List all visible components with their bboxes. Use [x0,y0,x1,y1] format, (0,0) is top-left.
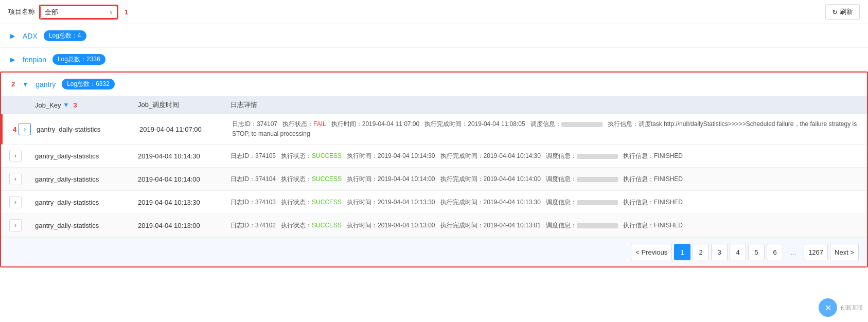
filter-label: 项目名称 [8,7,35,16]
log-id-label-3: 日志ID：374104 [231,175,279,183]
status-label-1: 执行状态： [282,120,313,128]
row-expand-cell-1: 4 › [11,123,37,135]
expand-icon-fenpian[interactable]: ▶ [8,56,16,63]
row-expand-cell-3: › [9,173,35,185]
masked-dispatch-4 [577,200,618,205]
exec-time-label-1: 执行时间：2019-04-04 11:07:00 [328,120,423,128]
expand-icon-gantry[interactable]: ▼ [21,81,29,88]
filter-icon[interactable]: ▼ [63,101,69,109]
table-row: › gantry_daily-statistics 2019-04-04 10:… [1,214,867,237]
job-name-4: gantry_daily-statistics [35,199,138,206]
project-list: ▶ ADX Log总数：4 ▶ fenpian Log总数：2336 2 ▼ g… [0,24,868,267]
log-id-label-1: 日志ID：374107 [232,120,281,128]
previous-button[interactable]: < Previous [631,244,672,260]
page-button-3[interactable]: 3 [711,244,728,260]
refresh-icon: ↻ [832,8,838,16]
next-button[interactable]: Next > [830,244,859,260]
complete-time-label-4: 执行完成时间：2019-04-04 10:13:30 [440,199,544,206]
log-detail-4: 日志ID：374103 执行状态：SUCCESS 执行时间：2019-04-04… [231,198,859,207]
masked-dispatch-5 [577,223,618,228]
masked-dispatch-3 [577,177,618,182]
complete-time-label-3: 执行完成时间：2019-04-04 10:14:00 [440,175,544,183]
annotation-4: 4 [13,126,16,133]
schedule-time-4: 2019-04-04 10:13:30 [138,199,231,206]
row-expand-button-5[interactable]: › [9,219,22,231]
page-button-4[interactable]: 4 [730,244,746,260]
status-label-5: 执行状态： [281,222,312,229]
masked-dispatch-1 [561,122,603,127]
log-detail-label: 日志详情 [231,100,257,110]
pagination-ellipsis: ... [785,244,802,260]
annotation-2: 2 [11,80,15,88]
page-button-last[interactable]: 1267 [804,244,828,260]
top-bar: 项目名称 全部 ADX fenpian gantry 1 ↻ 刷新 [0,0,868,24]
log-badge-fenpian: Log总数：2336 [52,54,105,65]
table-header: Job_Key ▼ 3 Job_调度时间 日志详情 [1,96,867,114]
status-value-1: FAIL [313,120,326,128]
page-button-5[interactable]: 5 [748,244,765,260]
refresh-button[interactable]: ↻ 刷新 [825,4,860,20]
header-cell-schedule: Job_调度时间 [138,100,231,110]
log-badge-adx: Log总数：4 [44,30,86,41]
page-button-1[interactable]: 1 [674,244,690,260]
annotation-3: 3 [73,101,77,109]
exec-time-label-4: 执行时间：2019-04-04 10:13:30 [343,199,438,206]
expanded-section-gantry: Job_Key ▼ 3 Job_调度时间 日志详情 4 › gantry_dai… [1,96,867,266]
project-name-fenpian[interactable]: fenpian [23,56,46,64]
schedule-time-5: 2019-04-04 10:13:00 [138,222,231,229]
row-expand-cell-2: › [9,150,35,162]
annotation-1: 1 [125,8,128,16]
schedule-time-2: 2019-04-04 10:14:30 [138,152,231,160]
header-cell-logdetail: 日志详情 [231,100,859,110]
project-item-gantry-wrapper: 2 ▼ gantry Log总数：6332 Job_Key ▼ 3 Job_调度… [0,71,868,267]
complete-time-label-5: 执行完成时间：2019-04-04 10:13:01 [440,222,544,229]
log-detail-1: 日志ID：374107 执行状态：FAIL 执行时间：2019-04-04 11… [232,119,859,139]
project-filter-select[interactable]: 全部 ADX fenpian gantry [40,6,117,19]
exec-info-label-5: 执行信息：FINISHED [619,222,683,229]
dispatch-label-5: 调度信息： [546,222,577,229]
log-id-label-4: 日志ID：374103 [231,199,279,206]
log-badge-gantry: Log总数：6332 [62,79,115,90]
log-detail-5: 日志ID：374102 执行状态：SUCCESS 执行时间：2019-04-04… [231,221,859,230]
pagination-bar: < Previous 1 2 3 4 5 6 ... 1267 Next > [1,237,867,266]
page-button-6[interactable]: 6 [767,244,783,260]
status-value-2: SUCCESS [312,152,342,159]
masked-dispatch-2 [577,154,618,159]
filter-row: 项目名称 全部 ADX fenpian gantry 1 [8,5,128,20]
job-name-1: gantry_daily-statistics [37,126,139,133]
status-value-4: SUCCESS [312,199,342,206]
status-label-4: 执行状态： [281,199,312,206]
exec-info-label-4: 执行信息：FINISHED [619,199,683,206]
row-expand-cell-5: › [9,219,35,231]
log-detail-2: 日志ID：374105 执行状态：SUCCESS 执行时间：2019-04-04… [231,151,859,161]
project-item-gantry: 2 ▼ gantry Log总数：6332 [1,73,867,96]
status-label-2: 执行状态： [281,152,312,159]
dispatch-label-4: 调度信息： [546,199,577,206]
row-expand-button-1[interactable]: › [19,123,31,135]
table-row: › gantry_daily-statistics 2019-04-04 10:… [1,191,867,214]
select-wrapper: 全部 ADX fenpian gantry [39,5,118,20]
project-item-fenpian: ▶ fenpian Log总数：2336 [0,48,868,71]
log-detail-3: 日志ID：374104 执行状态：SUCCESS 执行时间：2019-04-04… [231,174,859,184]
status-value-5: SUCCESS [312,222,342,229]
job-key-label: Job_Key [35,101,61,109]
table-row: › gantry_daily-statistics 2019-04-04 10:… [1,145,867,168]
row-expand-button-4[interactable]: › [9,196,22,208]
row-expand-button-3[interactable]: › [9,173,22,185]
expand-icon-adx[interactable]: ▶ [8,32,16,40]
status-label-3: 执行状态： [281,175,312,183]
log-id-label-5: 日志ID：374102 [231,222,279,229]
project-name-adx[interactable]: ADX [23,32,38,40]
log-id-label-2: 日志ID：374105 [231,152,279,159]
exec-time-label-2: 执行时间：2019-04-04 10:14:30 [343,152,438,159]
status-value-3: SUCCESS [312,175,342,183]
page-button-2[interactable]: 2 [693,244,709,260]
project-name-gantry[interactable]: gantry [36,80,56,88]
row-expand-button-2[interactable]: › [9,150,22,162]
dispatch-label-3: 调度信息： [546,175,577,183]
dispatch-label-1: 调度信息： [530,120,561,128]
table-row: › gantry_daily-statistics 2019-04-04 10:… [1,168,867,191]
complete-time-label-2: 执行完成时间：2019-04-04 10:14:30 [440,152,544,159]
table-row: 4 › gantry_daily-statistics 2019-04-04 1… [1,114,867,145]
dispatch-label-2: 调度信息： [546,152,577,159]
